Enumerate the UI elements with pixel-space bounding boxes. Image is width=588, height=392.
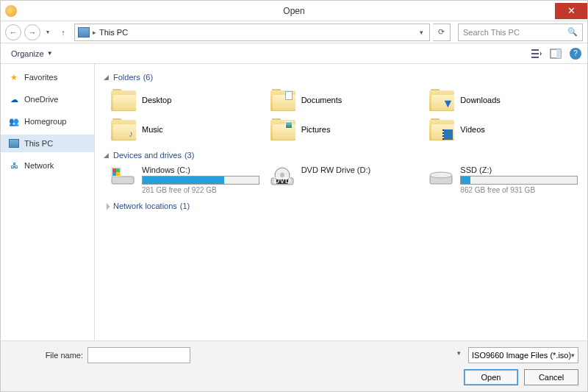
- filetype-select[interactable]: ISO9660 Image Files (*.iso) ▾: [468, 347, 578, 363]
- svg-point-17: [430, 172, 452, 178]
- folder-icon: [270, 89, 295, 111]
- search-icon: 🔍: [567, 27, 578, 37]
- drive-dvd-d[interactable]: DVD DVD RW Drive (D:): [269, 165, 420, 194]
- chevron-down-icon: ▼: [47, 50, 53, 57]
- expand-icon: ◢: [101, 202, 110, 210]
- filetype-label: ISO9660 Image Files (*.iso): [472, 351, 571, 360]
- folder-icon: ▼: [429, 89, 454, 111]
- refresh-button[interactable]: ⟳: [433, 24, 451, 41]
- svg-text:DVD: DVD: [273, 176, 290, 185]
- svg-rect-10: [116, 172, 120, 176]
- collapse-icon: ◢: [104, 152, 109, 159]
- sidebar-item-favorites[interactable]: ★ Favorites: [1, 68, 94, 86]
- view-options-button[interactable]: [528, 46, 545, 62]
- folder-downloads[interactable]: ▼ Downloads: [428, 88, 578, 113]
- drive-label: DVD RW Drive (D:): [301, 165, 420, 174]
- up-button[interactable]: ↑: [55, 24, 71, 40]
- folder-music[interactable]: ♪ Music: [110, 117, 260, 142]
- folder-icon: [270, 118, 295, 140]
- svg-rect-9: [112, 172, 116, 176]
- help-button[interactable]: ?: [570, 48, 581, 60]
- chevron-down-icon: ▾: [571, 352, 575, 359]
- folder-documents[interactable]: Documents: [269, 88, 420, 113]
- drive-label: Windows (C:): [142, 165, 260, 174]
- folder-videos[interactable]: Videos: [428, 117, 578, 142]
- organize-menu[interactable]: Organize ▼: [7, 48, 57, 60]
- button-label: Cancel: [539, 373, 564, 382]
- address-dropdown-icon[interactable]: ▾: [417, 29, 426, 36]
- sidebar-item-network[interactable]: 🖧 Network: [1, 157, 94, 174]
- filename-label: File name:: [10, 351, 83, 360]
- sidebar-item-this-pc[interactable]: This PC: [1, 135, 94, 152]
- network-icon: 🖧: [8, 160, 20, 171]
- dvd-icon: DVD: [269, 165, 295, 188]
- drive-windows-c[interactable]: Windows (C:) 281 GB free of 922 GB: [110, 165, 260, 194]
- group-label: Devices and drives: [113, 151, 182, 160]
- homegroup-icon: 👥: [8, 115, 20, 127]
- folder-label: Videos: [460, 125, 484, 134]
- group-header-drives[interactable]: ◢ Devices and drives (3): [104, 151, 578, 160]
- content-pane: ◢ Folders (6) Desktop Documents ▼ Downlo…: [95, 64, 587, 341]
- pc-icon: [8, 138, 20, 149]
- sidebar: ★ Favorites ☁ OneDrive 👥 Homegroup This …: [1, 64, 95, 341]
- folder-pictures[interactable]: Pictures: [269, 117, 420, 142]
- open-button[interactable]: Open: [464, 369, 518, 385]
- capacity-bar: [142, 176, 259, 185]
- cancel-button[interactable]: Cancel: [524, 369, 578, 385]
- organize-label: Organize: [11, 49, 44, 58]
- group-label: Network locations: [113, 202, 177, 210]
- hdd-icon: [110, 165, 136, 188]
- drive-label: SSD (Z:): [460, 165, 578, 174]
- chevron-down-icon[interactable]: ▾: [457, 349, 461, 357]
- filename-input[interactable]: [87, 347, 190, 363]
- pc-icon: [78, 27, 90, 38]
- back-button[interactable]: ←: [5, 24, 21, 40]
- address-bar[interactable]: ▸ This PC ▾: [74, 24, 430, 41]
- folder-label: Pictures: [301, 125, 331, 134]
- sidebar-item-label: Network: [24, 161, 54, 170]
- sidebar-item-label: OneDrive: [24, 95, 58, 104]
- sidebar-item-onedrive[interactable]: ☁ OneDrive: [1, 90, 94, 108]
- group-label: Folders: [113, 73, 140, 82]
- group-count: (1): [180, 202, 190, 210]
- folder-icon: [429, 118, 454, 140]
- folder-desktop[interactable]: Desktop: [110, 88, 260, 113]
- search-placeholder: Search This PC: [463, 28, 520, 37]
- capacity-bar: [460, 176, 578, 185]
- sidebar-item-label: Favorites: [24, 73, 57, 82]
- breadcrumb-location[interactable]: This PC: [99, 28, 128, 37]
- group-header-folders[interactable]: ◢ Folders (6): [104, 73, 578, 82]
- window-title: Open: [283, 6, 304, 16]
- drive-free-text: 281 GB free of 922 GB: [142, 186, 260, 194]
- svg-rect-2: [531, 57, 539, 58]
- button-label: Open: [481, 373, 501, 382]
- drive-free-text: 862 GB free of 931 GB: [460, 186, 578, 194]
- svg-rect-1: [531, 53, 539, 54]
- app-icon: [5, 5, 17, 17]
- group-header-network[interactable]: ◢ Network locations (1): [104, 202, 578, 210]
- drive-ssd-z[interactable]: SSD (Z:) 862 GB free of 931 GB: [428, 165, 578, 194]
- folder-label: Downloads: [460, 96, 500, 104]
- group-count: (3): [184, 151, 194, 160]
- folder-label: Documents: [301, 96, 343, 104]
- recent-dropdown[interactable]: ▾: [43, 24, 52, 40]
- preview-pane-button[interactable]: [548, 46, 564, 62]
- forward-button[interactable]: →: [24, 24, 40, 40]
- cloud-icon: ☁: [8, 93, 20, 105]
- close-button[interactable]: ✕: [555, 3, 587, 19]
- folder-icon: ♪: [111, 118, 136, 140]
- svg-rect-5: [112, 177, 134, 184]
- breadcrumb-sep-icon: ▸: [93, 29, 96, 36]
- svg-rect-8: [116, 168, 120, 172]
- star-icon: ★: [8, 71, 20, 83]
- search-input[interactable]: Search This PC 🔍: [458, 24, 583, 41]
- group-count: (6): [143, 73, 153, 82]
- folder-label: Desktop: [142, 96, 171, 104]
- folder-label: Music: [142, 125, 163, 134]
- svg-rect-7: [112, 168, 116, 172]
- sidebar-item-homegroup[interactable]: 👥 Homegroup: [1, 113, 94, 130]
- ssd-icon: [428, 165, 454, 188]
- svg-rect-4: [556, 49, 561, 58]
- folder-icon: [111, 89, 136, 111]
- collapse-icon: ◢: [104, 74, 109, 81]
